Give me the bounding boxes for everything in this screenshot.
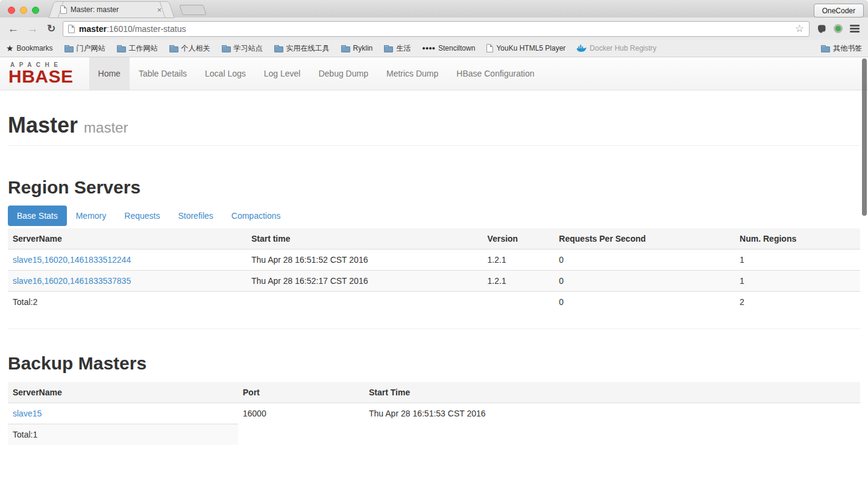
tab-requests[interactable]: Requests <box>115 206 169 226</box>
page-content: Master master Region Servers Base Stats … <box>0 113 868 445</box>
profile-button[interactable]: OneCoder <box>814 4 864 17</box>
folder-icon <box>117 46 126 52</box>
back-button[interactable]: ← <box>6 22 20 36</box>
docker-icon <box>577 45 587 52</box>
cell-num-regions: 1 <box>735 271 860 292</box>
cell-start-time: Thu Apr 28 16:52:17 CST 2016 <box>247 271 483 292</box>
page-subtitle: master <box>84 119 128 136</box>
cell-total-requests: 0 <box>554 292 735 313</box>
cell-version: 1.2.1 <box>483 271 555 292</box>
folder-icon <box>222 46 231 52</box>
divider <box>8 145 860 146</box>
url-text[interactable]: master:16010/master-status <box>79 24 791 34</box>
nav-item-debug-dump[interactable]: Debug Dump <box>309 57 377 90</box>
other-bookmarks-folder[interactable]: 其他书签 <box>821 43 862 54</box>
bookmarks-bar: ★Bookmarks 门户网站 工作网站 个人相关 学习站点 实用在线工具 Ry… <box>0 40 868 57</box>
bookmark-item[interactable]: ★Bookmarks <box>6 43 53 53</box>
browser-tab-strip: Master: master × OneCoder <box>0 0 868 17</box>
nav-item-metrics-dump[interactable]: Metrics Dump <box>377 57 447 90</box>
nav-item-hbase-configuration[interactable]: HBase Configuration <box>447 57 543 90</box>
cell-total-regions: 2 <box>735 292 860 313</box>
window-close-button[interactable] <box>8 7 15 14</box>
address-bar[interactable]: master:16010/master-status ☆ <box>63 21 810 37</box>
column-header: Version <box>483 228 555 250</box>
cell-port: 16000 <box>238 403 364 424</box>
column-header: Port <box>238 382 364 403</box>
folder-icon <box>384 46 393 52</box>
forward-button[interactable]: → <box>25 22 40 36</box>
region-servers-table: ServerName Start time Version Requests P… <box>8 228 860 312</box>
table-total-row: Total:1 <box>8 424 860 445</box>
column-header: Num. Regions <box>735 228 860 250</box>
server-link[interactable]: slave16,16020,1461833537835 <box>8 271 247 292</box>
column-header: Requests Per Second <box>554 228 735 250</box>
tab-storefiles[interactable]: Storefiles <box>169 206 222 226</box>
logo-hbase-text: HBASE <box>8 68 74 86</box>
server-link[interactable]: slave15,16020,1461833512244 <box>8 250 247 271</box>
bookmark-item[interactable]: YouKu HTML5 Player <box>486 44 565 52</box>
window-minimize-button[interactable] <box>20 7 27 14</box>
backup-masters-table: ServerName Port Start Time slave15 16000… <box>8 382 860 445</box>
chrome-menu-icon[interactable] <box>850 24 860 34</box>
bookmark-folder[interactable]: 实用在线工具 <box>274 43 330 54</box>
table-header-row: ServerName Start time Version Requests P… <box>8 228 860 250</box>
folder-icon <box>274 46 283 52</box>
hbase-navbar: APACHE HBASE Home Table Details Local Lo… <box>0 57 868 90</box>
hbase-logo[interactable]: APACHE HBASE <box>0 57 82 90</box>
scrollbar-thumb[interactable] <box>862 58 867 216</box>
cell-start-time: Thu Apr 28 16:51:53 CST 2016 <box>364 403 860 424</box>
table-header-row: ServerName Port Start Time <box>8 382 860 403</box>
bookmark-folder[interactable]: Ryklin <box>341 44 373 52</box>
green-dot-extension-icon[interactable] <box>834 24 843 33</box>
column-header: Start time <box>247 228 483 250</box>
reload-button[interactable]: ↻ <box>45 22 58 35</box>
url-page-icon <box>68 25 75 33</box>
region-servers-heading: Region Servers <box>8 177 860 198</box>
new-tab-button[interactable] <box>179 5 207 15</box>
bookmark-folder[interactable]: 门户网站 <box>64 43 105 54</box>
url-path: :16010/master-status <box>107 24 186 34</box>
column-header: ServerName <box>8 228 247 250</box>
folder-icon <box>169 46 178 52</box>
bookmark-star-icon[interactable]: ☆ <box>795 22 804 35</box>
cell-version: 1.2.1 <box>483 250 555 271</box>
bookmark-folder[interactable]: 生活 <box>384 43 410 54</box>
server-link[interactable]: slave15 <box>8 403 238 424</box>
tab-close-icon[interactable]: × <box>156 5 163 14</box>
nav-item-home[interactable]: Home <box>89 57 130 90</box>
cell-num-regions: 1 <box>735 250 860 271</box>
cell-total: Total:1 <box>8 424 238 445</box>
cell-start-time: Thu Apr 28 16:51:52 CST 2016 <box>247 250 483 271</box>
bookmark-folder[interactable]: 工作网站 <box>117 43 158 54</box>
column-header: ServerName <box>8 382 238 403</box>
cell-requests: 0 <box>554 271 735 292</box>
evernote-extension-icon[interactable] <box>817 24 826 34</box>
tab-base-stats[interactable]: Base Stats <box>8 206 67 226</box>
table-row: slave16,16020,1461833537835 Thu Apr 28 1… <box>8 271 860 292</box>
cell-total: Total:2 <box>8 292 247 313</box>
tab-title: Master: master <box>71 5 152 14</box>
cell-requests: 0 <box>554 250 735 271</box>
tab-compactions[interactable]: Compactions <box>222 206 290 226</box>
window-controls <box>8 7 39 14</box>
bookmark-item[interactable]: Docker Hub Registry <box>577 44 656 52</box>
favicon-page-icon <box>60 5 67 14</box>
dots-icon: ●●●● <box>422 45 435 51</box>
nav-item-local-logs[interactable]: Local Logs <box>196 57 255 90</box>
bookmark-item[interactable]: ●●●●Stenciltown <box>422 44 475 52</box>
page-icon <box>486 44 493 52</box>
star-icon: ★ <box>6 43 14 53</box>
hbase-nav-menu: Home Table Details Local Logs Log Level … <box>89 57 544 90</box>
page-title: Master <box>8 113 78 138</box>
tab-memory[interactable]: Memory <box>67 206 116 226</box>
browser-tab[interactable]: Master: master × <box>55 2 168 17</box>
folder-icon <box>341 46 350 52</box>
window-zoom-button[interactable] <box>32 7 39 14</box>
nav-item-log-level[interactable]: Log Level <box>255 57 310 90</box>
table-total-row: Total:2 0 2 <box>8 292 860 313</box>
bookmark-folder[interactable]: 学习站点 <box>222 43 263 54</box>
nav-item-table-details[interactable]: Table Details <box>130 57 196 90</box>
extension-icons <box>814 24 862 34</box>
bookmark-folder[interactable]: 个人相关 <box>169 43 210 54</box>
url-domain: master <box>79 24 107 34</box>
